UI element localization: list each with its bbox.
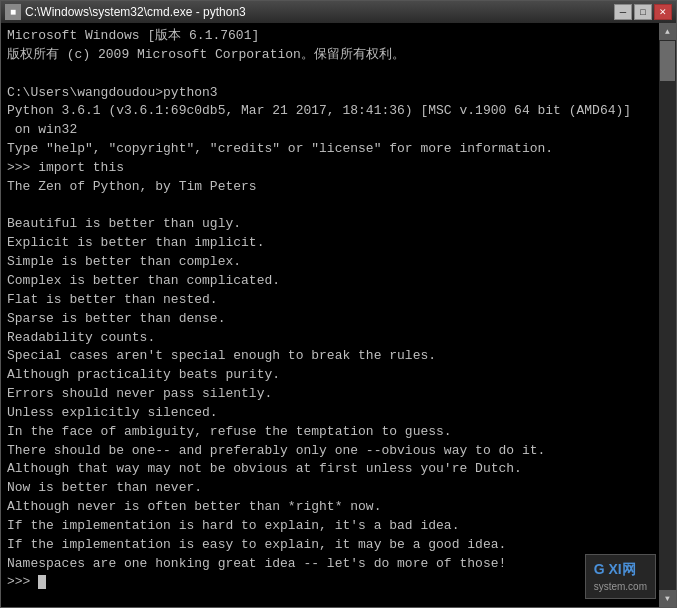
cmd-icon: ■ — [5, 4, 21, 20]
line-27: If the implementation is hard to explain… — [7, 518, 459, 533]
line-6: on win32 — [7, 122, 77, 137]
line-13: Simple is better than complex. — [7, 254, 241, 269]
scrollbar[interactable]: ▲ ▼ — [659, 23, 676, 607]
line-5: Python 3.6.1 (v3.6.1:69c0db5, Mar 21 201… — [7, 103, 631, 118]
scrollbar-thumb[interactable] — [660, 41, 675, 81]
line-8: >>> import this — [7, 160, 124, 175]
line-21: Unless explicitly silenced. — [7, 405, 218, 420]
line-28: If the implementation is easy to explain… — [7, 537, 506, 552]
line-24: Although that way may not be obvious at … — [7, 461, 522, 476]
scrollbar-track[interactable] — [659, 40, 676, 590]
line-17: Readability counts. — [7, 330, 155, 345]
line-30: >>> — [7, 574, 38, 589]
line-9: The Zen of Python, by Tim Peters — [7, 179, 257, 194]
watermark-site: system.com — [594, 580, 647, 595]
title-bar: ■ C:\Windows\system32\cmd.exe - python3 … — [1, 1, 676, 23]
line-7: Type "help", "copyright", "credits" or "… — [7, 141, 553, 156]
cmd-window: ■ C:\Windows\system32\cmd.exe - python3 … — [0, 0, 677, 608]
title-bar-left: ■ C:\Windows\system32\cmd.exe - python3 — [5, 4, 246, 20]
line-4: C:\Users\wangdoudou>python3 — [7, 85, 218, 100]
watermark: G XI网 system.com — [585, 554, 656, 599]
line-1: Microsoft Windows [版本 6.1.7601] — [7, 28, 259, 43]
terminal-output: Microsoft Windows [版本 6.1.7601] 版权所有 (c)… — [7, 27, 670, 592]
line-15: Flat is better than nested. — [7, 292, 218, 307]
minimize-button[interactable]: ─ — [614, 4, 632, 20]
scroll-up-arrow[interactable]: ▲ — [659, 23, 676, 40]
line-12: Explicit is better than implicit. — [7, 235, 264, 250]
line-22: In the face of ambiguity, refuse the tem… — [7, 424, 452, 439]
line-18: Special cases aren't special enough to b… — [7, 348, 436, 363]
terminal-body[interactable]: Microsoft Windows [版本 6.1.7601] 版权所有 (c)… — [1, 23, 676, 607]
line-14: Complex is better than complicated. — [7, 273, 280, 288]
line-26: Although never is often better than *rig… — [7, 499, 381, 514]
line-16: Sparse is better than dense. — [7, 311, 225, 326]
line-2: 版权所有 (c) 2009 Microsoft Corporation。保留所有… — [7, 47, 405, 62]
line-11: Beautiful is better than ugly. — [7, 216, 241, 231]
close-button[interactable]: ✕ — [654, 4, 672, 20]
line-23: There should be one-- and preferably onl… — [7, 443, 545, 458]
window-title: C:\Windows\system32\cmd.exe - python3 — [25, 5, 246, 19]
window-controls: ─ □ ✕ — [614, 4, 672, 20]
line-20: Errors should never pass silently. — [7, 386, 272, 401]
line-25: Now is better than never. — [7, 480, 202, 495]
watermark-brand: G XI网 — [594, 559, 647, 579]
terminal-cursor — [38, 575, 46, 589]
scroll-down-arrow[interactable]: ▼ — [659, 590, 676, 607]
line-29: Namespaces are one honking great idea --… — [7, 556, 506, 571]
maximize-button[interactable]: □ — [634, 4, 652, 20]
line-19: Although practicality beats purity. — [7, 367, 280, 382]
